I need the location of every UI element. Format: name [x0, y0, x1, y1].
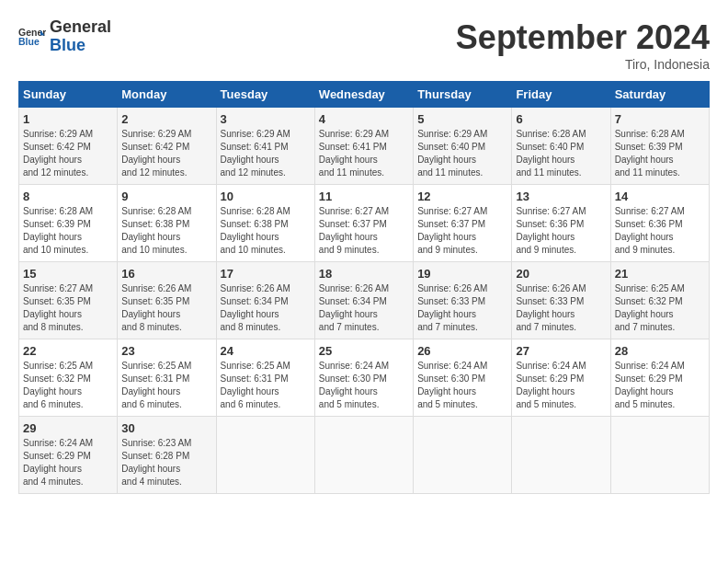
- page-header: General Blue General Blue September 2024…: [18, 18, 710, 72]
- calendar-cell: 16 Sunrise: 6:26 AM Sunset: 6:35 PM Dayl…: [118, 262, 216, 339]
- day-info: Sunrise: 6:25 AM Sunset: 6:32 PM Dayligh…: [615, 282, 705, 334]
- weekday-header-wednesday: Wednesday: [314, 82, 413, 108]
- calendar-cell: [314, 417, 413, 494]
- calendar-cell: 21 Sunrise: 6:25 AM Sunset: 6:32 PM Dayl…: [610, 262, 709, 339]
- month-title: September 2024: [456, 18, 710, 57]
- day-info: Sunrise: 6:25 AM Sunset: 6:32 PM Dayligh…: [23, 360, 113, 411]
- day-info: Sunrise: 6:28 AM Sunset: 6:38 PM Dayligh…: [221, 205, 311, 257]
- calendar-cell: 28 Sunrise: 6:24 AM Sunset: 6:29 PM Dayl…: [610, 339, 709, 417]
- day-info: Sunrise: 6:27 AM Sunset: 6:36 PM Dayligh…: [615, 205, 705, 257]
- weekday-header-row: SundayMondayTuesdayWednesdayThursdayFrid…: [19, 82, 710, 108]
- day-info: Sunrise: 6:24 AM Sunset: 6:29 PM Dayligh…: [615, 360, 705, 411]
- day-info: Sunrise: 6:27 AM Sunset: 6:36 PM Dayligh…: [516, 205, 606, 257]
- day-number: 19: [417, 267, 507, 281]
- day-info: Sunrise: 6:29 AM Sunset: 6:42 PM Dayligh…: [23, 128, 113, 179]
- calendar-cell: 10 Sunrise: 6:28 AM Sunset: 6:38 PM Dayl…: [216, 185, 314, 262]
- day-info: Sunrise: 6:26 AM Sunset: 6:33 PM Dayligh…: [516, 282, 606, 334]
- calendar-cell: [512, 417, 610, 494]
- calendar-cell: 4 Sunrise: 6:29 AM Sunset: 6:41 PM Dayli…: [314, 108, 413, 185]
- day-info: Sunrise: 6:27 AM Sunset: 6:35 PM Dayligh…: [23, 282, 113, 334]
- day-info: Sunrise: 6:24 AM Sunset: 6:29 PM Dayligh…: [516, 360, 606, 411]
- day-number: 13: [516, 190, 606, 203]
- location: Tiro, Indonesia: [456, 57, 710, 72]
- day-number: 3: [221, 112, 311, 126]
- calendar-week-row: 15 Sunrise: 6:27 AM Sunset: 6:35 PM Dayl…: [19, 262, 710, 339]
- calendar-cell: 14 Sunrise: 6:27 AM Sunset: 6:36 PM Dayl…: [610, 185, 709, 262]
- day-info: Sunrise: 6:27 AM Sunset: 6:37 PM Dayligh…: [417, 205, 507, 257]
- day-info: Sunrise: 6:24 AM Sunset: 6:30 PM Dayligh…: [417, 360, 507, 411]
- calendar-cell: [216, 417, 314, 494]
- calendar-cell: 3 Sunrise: 6:29 AM Sunset: 6:41 PM Dayli…: [216, 108, 314, 185]
- day-info: Sunrise: 6:26 AM Sunset: 6:33 PM Dayligh…: [417, 282, 507, 334]
- logo-general-text: General: [50, 18, 111, 37]
- day-info: Sunrise: 6:23 AM Sunset: 6:28 PM Dayligh…: [121, 437, 211, 488]
- day-number: 21: [615, 267, 705, 281]
- weekday-header-friday: Friday: [512, 82, 610, 108]
- day-number: 24: [221, 344, 311, 358]
- day-info: Sunrise: 6:25 AM Sunset: 6:31 PM Dayligh…: [221, 360, 311, 411]
- day-info: Sunrise: 6:29 AM Sunset: 6:42 PM Dayligh…: [121, 128, 211, 179]
- calendar-cell: 27 Sunrise: 6:24 AM Sunset: 6:29 PM Dayl…: [512, 339, 610, 417]
- calendar-week-row: 22 Sunrise: 6:25 AM Sunset: 6:32 PM Dayl…: [19, 339, 710, 417]
- calendar-cell: 17 Sunrise: 6:26 AM Sunset: 6:34 PM Dayl…: [216, 262, 314, 339]
- day-number: 6: [516, 112, 606, 126]
- day-info: Sunrise: 6:29 AM Sunset: 6:41 PM Dayligh…: [221, 128, 311, 179]
- calendar-cell: 25 Sunrise: 6:24 AM Sunset: 6:30 PM Dayl…: [314, 339, 413, 417]
- calendar-cell: 19 Sunrise: 6:26 AM Sunset: 6:33 PM Dayl…: [414, 262, 512, 339]
- day-info: Sunrise: 6:29 AM Sunset: 6:40 PM Dayligh…: [417, 128, 507, 179]
- weekday-header-monday: Monday: [118, 82, 216, 108]
- day-number: 26: [417, 344, 507, 358]
- day-info: Sunrise: 6:28 AM Sunset: 6:39 PM Dayligh…: [615, 128, 705, 179]
- calendar-cell: 30 Sunrise: 6:23 AM Sunset: 6:28 PM Dayl…: [118, 417, 216, 494]
- day-number: 16: [121, 267, 211, 281]
- day-info: Sunrise: 6:25 AM Sunset: 6:31 PM Dayligh…: [121, 360, 211, 411]
- day-info: Sunrise: 6:26 AM Sunset: 6:35 PM Dayligh…: [121, 282, 211, 334]
- svg-text:Blue: Blue: [18, 36, 40, 47]
- day-number: 25: [319, 344, 409, 358]
- calendar-cell: 7 Sunrise: 6:28 AM Sunset: 6:39 PM Dayli…: [610, 108, 709, 185]
- day-number: 23: [121, 344, 211, 358]
- calendar-cell: 5 Sunrise: 6:29 AM Sunset: 6:40 PM Dayli…: [414, 108, 512, 185]
- day-number: 29: [23, 421, 113, 435]
- day-number: 10: [221, 190, 311, 203]
- calendar-cell: 22 Sunrise: 6:25 AM Sunset: 6:32 PM Dayl…: [19, 339, 118, 417]
- calendar-cell: 12 Sunrise: 6:27 AM Sunset: 6:37 PM Dayl…: [414, 185, 512, 262]
- logo: General Blue General Blue: [18, 18, 111, 55]
- calendar-cell: 15 Sunrise: 6:27 AM Sunset: 6:35 PM Dayl…: [19, 262, 118, 339]
- day-number: 11: [319, 190, 409, 203]
- calendar-week-row: 1 Sunrise: 6:29 AM Sunset: 6:42 PM Dayli…: [19, 108, 710, 185]
- calendar-cell: [610, 417, 709, 494]
- day-info: Sunrise: 6:28 AM Sunset: 6:40 PM Dayligh…: [516, 128, 606, 179]
- logo-icon: General Blue: [18, 23, 46, 51]
- calendar-cell: 6 Sunrise: 6:28 AM Sunset: 6:40 PM Dayli…: [512, 108, 610, 185]
- day-number: 22: [23, 344, 113, 358]
- day-number: 27: [516, 344, 606, 358]
- calendar-cell: 13 Sunrise: 6:27 AM Sunset: 6:36 PM Dayl…: [512, 185, 610, 262]
- calendar-cell: 2 Sunrise: 6:29 AM Sunset: 6:42 PM Dayli…: [118, 108, 216, 185]
- calendar-cell: 24 Sunrise: 6:25 AM Sunset: 6:31 PM Dayl…: [216, 339, 314, 417]
- calendar-cell: [414, 417, 512, 494]
- calendar-cell: 20 Sunrise: 6:26 AM Sunset: 6:33 PM Dayl…: [512, 262, 610, 339]
- day-number: 7: [615, 112, 705, 126]
- day-number: 8: [23, 190, 113, 203]
- day-info: Sunrise: 6:29 AM Sunset: 6:41 PM Dayligh…: [319, 128, 409, 179]
- day-info: Sunrise: 6:26 AM Sunset: 6:34 PM Dayligh…: [221, 282, 311, 334]
- calendar-cell: 18 Sunrise: 6:26 AM Sunset: 6:34 PM Dayl…: [314, 262, 413, 339]
- calendar-week-row: 29 Sunrise: 6:24 AM Sunset: 6:29 PM Dayl…: [19, 417, 710, 494]
- day-number: 17: [221, 267, 311, 281]
- calendar-cell: 23 Sunrise: 6:25 AM Sunset: 6:31 PM Dayl…: [118, 339, 216, 417]
- day-info: Sunrise: 6:27 AM Sunset: 6:37 PM Dayligh…: [319, 205, 409, 257]
- logo-blue-text: Blue: [50, 37, 111, 55]
- day-number: 4: [319, 112, 409, 126]
- day-number: 1: [23, 112, 113, 126]
- day-number: 30: [121, 421, 211, 435]
- calendar-table: SundayMondayTuesdayWednesdayThursdayFrid…: [18, 81, 710, 494]
- weekday-header-thursday: Thursday: [414, 82, 512, 108]
- day-number: 15: [23, 267, 113, 281]
- day-info: Sunrise: 6:26 AM Sunset: 6:34 PM Dayligh…: [319, 282, 409, 334]
- day-number: 14: [615, 190, 705, 203]
- title-block: September 2024 Tiro, Indonesia: [456, 18, 710, 72]
- day-info: Sunrise: 6:24 AM Sunset: 6:30 PM Dayligh…: [319, 360, 409, 411]
- calendar-cell: 9 Sunrise: 6:28 AM Sunset: 6:38 PM Dayli…: [118, 185, 216, 262]
- day-number: 20: [516, 267, 606, 281]
